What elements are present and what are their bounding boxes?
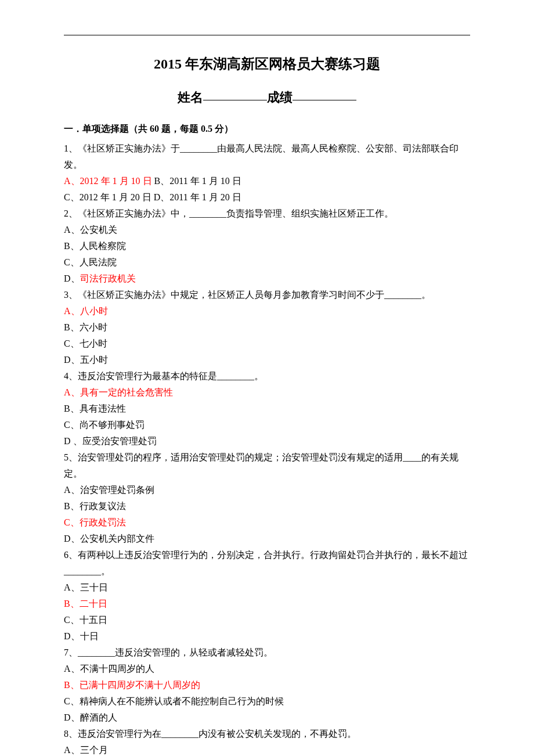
q4-option-c: C、尚不够刑事处罚 <box>64 417 470 433</box>
top-horizontal-rule <box>64 35 470 35</box>
q3-option-a: A、八小时 <box>64 303 470 319</box>
q2-option-d-prefix: D、 <box>64 273 80 283</box>
question-5: 5、治安管理处罚的程序，适用治安管理处罚的规定；治安管理处罚没有规定的适用___… <box>64 449 470 482</box>
q2-option-d: D、司法行政机关 <box>64 271 470 287</box>
question-2: 2、《社区矫正实施办法》中，________负责指导管理、组织实施社区矫正工作。 <box>64 206 470 222</box>
q5-option-d: D、公安机关内部文件 <box>64 531 470 547</box>
q7-option-b: B、已满十四周岁不满十八周岁的 <box>64 677 470 693</box>
q4-option-d: D 、应受治安管理处罚 <box>64 433 470 449</box>
document-title: 2015 年东湖高新区网格员大赛练习题 <box>64 52 470 76</box>
score-label: 成绩 <box>267 90 293 105</box>
q2-option-a: A、公安机关 <box>64 222 470 238</box>
q7-option-c: C、精神病人在不能辨认或者不能控制自己行为的时候 <box>64 693 470 710</box>
q2-option-c: C、人民法院 <box>64 254 470 271</box>
q4-option-b: B、具有违法性 <box>64 401 470 417</box>
q1-option-b: B、2011 年 1 月 10 日 <box>152 176 241 186</box>
q5-option-c: C、行政处罚法 <box>64 514 470 531</box>
q2-option-d-text: 司法行政机关 <box>80 273 136 283</box>
q1-option-a: 2012 年 1 月 10 日 <box>80 176 152 186</box>
q7-option-d: D、醉酒的人 <box>64 710 470 726</box>
section-1-header: 一．单项选择题（共 60 题，每题 0.5 分） <box>64 121 470 137</box>
q1-options-cd: C、2012 年 1 月 20 日 D、2011 年 1 月 20 日 <box>64 189 470 206</box>
name-score-line: 姓名成绩 <box>64 87 470 109</box>
name-label: 姓名 <box>178 90 203 105</box>
q5-option-a: A、治安管理处罚条例 <box>64 482 470 498</box>
q6-option-c: C、十五日 <box>64 612 470 628</box>
question-8: 8、违反治安管理行为在________内没有被公安机关发现的，不再处罚。 <box>64 726 470 742</box>
question-6: 6、有两种以上违反治安管理行为的，分别决定，合并执行。行政拘留处罚合并执行的，最… <box>64 547 470 579</box>
question-4: 4、违反治安管理行为最基本的特征是________。 <box>64 368 470 384</box>
q1-option-a-prefix: A、 <box>64 176 80 186</box>
q3-option-d: D、五小时 <box>64 352 470 368</box>
q1-options-ab: A、2012 年 1 月 10 日 B、2011 年 1 月 10 日 <box>64 173 470 189</box>
q3-option-b: B、六小时 <box>64 319 470 336</box>
question-7: 7、________违反治安管理的，从轻或者减轻处罚。 <box>64 645 470 661</box>
q5-option-b: B、行政复议法 <box>64 498 470 514</box>
q6-option-d: D、十日 <box>64 628 470 645</box>
q7-option-a: A、不满十四周岁的人 <box>64 661 470 677</box>
q2-option-b: B、人民检察院 <box>64 238 470 254</box>
question-1: 1、《社区矫正实施办法》于________由最高人民法院、最高人民检察院、公安部… <box>64 141 470 173</box>
q6-option-a: A、三十日 <box>64 579 470 596</box>
question-3: 3、《社区矫正实施办法》中规定，社区矫正人员每月参加教育学习时间不少于_____… <box>64 287 470 303</box>
q4-option-a: A、具有一定的社会危害性 <box>64 384 470 401</box>
q8-option-a: A、三个月 <box>64 742 470 757</box>
name-blank <box>203 100 267 100</box>
q3-option-c: C、七小时 <box>64 336 470 352</box>
score-blank <box>293 100 356 100</box>
q6-option-b: B、二十日 <box>64 596 470 612</box>
